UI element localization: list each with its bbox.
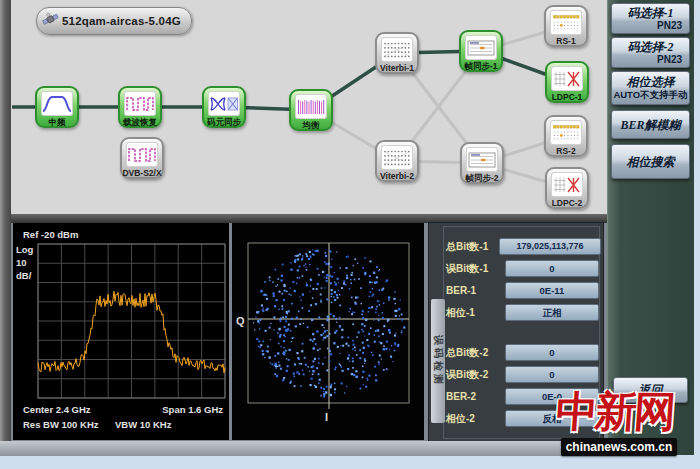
- stat-value: 0: [505, 260, 599, 277]
- node-zhongpin[interactable]: 中频: [35, 86, 79, 128]
- right-button-label: 码选择-1: [612, 6, 689, 20]
- node-label: LDPC-1: [547, 91, 587, 104]
- right-button-label: 相位搜索: [612, 155, 689, 169]
- right-button-2[interactable]: 码选择-2PN23: [611, 37, 690, 68]
- node-rs1[interactable]: RS-1: [544, 5, 588, 47]
- right-button-value: PN23: [612, 20, 689, 32]
- node-mayuan[interactable]: 码元同步: [202, 86, 246, 128]
- satellite-icon: [42, 11, 59, 32]
- stat-label: 相位-2: [446, 411, 475, 426]
- framesync-icon: [466, 147, 498, 172]
- app-window: 中频载波恢复码元同步均衡DVB-S2/XViterbi-1Viterbi-2帧同…: [0, 0, 700, 469]
- node-label: 载波恢复: [120, 116, 160, 129]
- stat-value: 0E-11: [505, 282, 599, 299]
- node-vit2[interactable]: Viterbi-2: [375, 140, 419, 182]
- ber-detection-tab-label: 误码检测: [431, 335, 445, 387]
- node-frame2[interactable]: 帧同步-2: [460, 142, 504, 184]
- node-label: 帧同步-1: [461, 60, 501, 73]
- stat-label: BER-1: [446, 283, 476, 298]
- node-dvb[interactable]: DVB-S2/X: [120, 137, 164, 179]
- ldpc-icon: [551, 172, 583, 197]
- node-label: LDPC-2: [547, 197, 587, 210]
- q-axis-label: Q: [236, 315, 245, 327]
- right-button-5[interactable]: 相位搜索: [611, 144, 690, 179]
- stat-label: 相位-1: [446, 305, 475, 320]
- log-label: Log: [16, 244, 33, 255]
- node-ldpc2[interactable]: LDPC-2: [545, 167, 589, 209]
- right-button-label: BER解模糊: [612, 118, 689, 132]
- stat-label: 总Bit数-2: [446, 345, 488, 360]
- resolution-bw-label: Res BW 100 KHz: [23, 419, 99, 430]
- spectrum-analyzer-display: Ref -20 dBm Log 10 dB/ Center 2.4 GHz Sp…: [13, 223, 229, 440]
- node-label: RS-2: [546, 145, 586, 158]
- log-scale-label: 10: [16, 257, 27, 268]
- rs-icon: [550, 120, 582, 145]
- signal-title-pill[interactable]: 512qam-aircas-5.04G: [36, 7, 192, 35]
- chinanews-url-badge: chinanews.com.cn: [561, 438, 677, 456]
- squarewave-icon: [126, 142, 158, 167]
- eye-icon: [208, 91, 240, 116]
- squarewave-icon: [124, 91, 156, 116]
- left-edge-bar: [0, 0, 11, 452]
- node-label: RS-1: [546, 35, 586, 48]
- node-label: 均衡: [291, 119, 331, 132]
- ber-detection-tab[interactable]: 误码检测: [431, 299, 445, 423]
- node-rs2[interactable]: RS-2: [544, 115, 588, 157]
- node-label: 码元同步: [204, 116, 244, 129]
- comb-icon: [295, 94, 327, 119]
- center-freq-label: Center 2.4 GHz: [23, 404, 91, 415]
- node-junheng[interactable]: 均衡: [289, 89, 333, 131]
- window-bottom-edge: [0, 441, 607, 456]
- right-button-4[interactable]: BER解模糊: [611, 110, 690, 139]
- stat-label: 误Bit数-2: [446, 367, 488, 382]
- node-ldpc1[interactable]: LDPC-1: [545, 61, 589, 103]
- stat-label: BER-2: [446, 389, 476, 404]
- ldpc-icon: [551, 66, 583, 91]
- video-bw-label: VBW 10 KHz: [115, 419, 171, 430]
- node-zaibo[interactable]: 载波恢复: [118, 86, 162, 128]
- node-frame1[interactable]: 帧同步-1: [459, 30, 503, 72]
- stat-value: 179,025,113,776: [499, 238, 601, 255]
- node-label: 中频: [37, 116, 77, 129]
- right-button-label: 码选择-2: [612, 40, 689, 54]
- right-button-value: PN23: [612, 54, 689, 66]
- signal-title: 512qam-aircas-5.04G: [62, 15, 181, 27]
- node-label: Viterbi-1: [377, 62, 417, 75]
- stat-value: 正相: [505, 304, 599, 321]
- chinanews-logo: 中新网: [554, 386, 700, 440]
- right-button-1[interactable]: 码选择-1PN23: [611, 3, 690, 34]
- stat-label: 总Bit数-1: [446, 239, 488, 254]
- node-label: Viterbi-2: [377, 170, 417, 183]
- stat-label: 误Bit数-1: [446, 261, 488, 276]
- node-label: DVB-S2/X: [122, 167, 162, 180]
- stat-value: 0: [505, 366, 599, 383]
- trellis-icon: [381, 145, 413, 170]
- ref-level-label: Ref -20 dBm: [23, 229, 78, 240]
- right-button-value: AUTO不支持手动: [612, 89, 689, 101]
- right-button-3[interactable]: 相位选择AUTO不支持手动: [611, 71, 690, 105]
- bandpass-icon: [41, 91, 73, 116]
- trellis-icon: [381, 37, 413, 62]
- constellation-display: Q I: [232, 223, 424, 440]
- right-button-label: 相位选择: [612, 75, 689, 89]
- i-axis-label: I: [325, 411, 328, 423]
- stat-value: 0: [505, 344, 599, 361]
- db-per-div-label: dB/: [16, 270, 31, 281]
- framesync-icon: [465, 35, 497, 60]
- constellation-plot: [232, 223, 424, 440]
- node-vit1[interactable]: Viterbi-1: [375, 32, 419, 74]
- rs-icon: [550, 10, 582, 35]
- node-label: 帧同步-2: [462, 172, 502, 185]
- span-label: Span 1.6 GHz: [162, 404, 223, 415]
